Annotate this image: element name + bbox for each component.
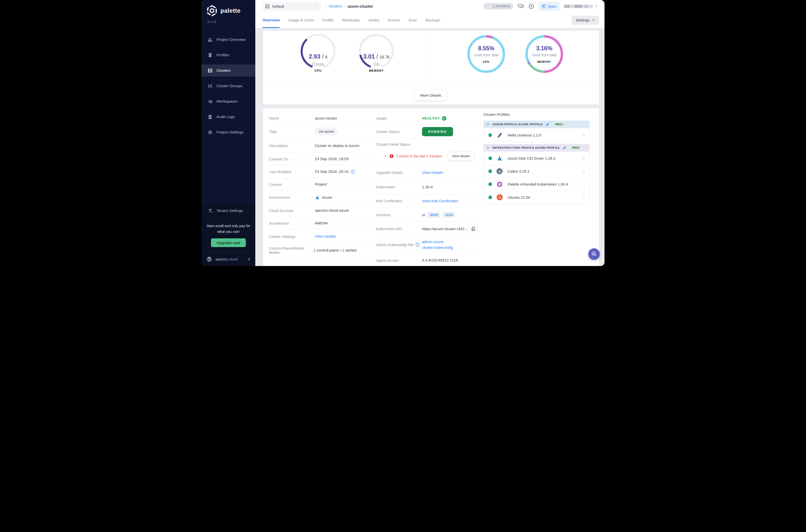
row-cluster-status: Cluster Status RUNNING [376, 125, 478, 139]
brand-name: palette [220, 7, 241, 14]
row-label: Tags [269, 129, 315, 133]
profile-item-palette-extended-kubernetes[interactable]: Palette eXtended Kubernetes 1.30.4 [484, 178, 589, 191]
memory-caption: Used from total [532, 53, 556, 57]
sidebar-item-audit-logs[interactable]: Audit Logs [202, 111, 255, 123]
memory-gauge-label: MEMORY [355, 69, 398, 73]
tab-nodes[interactable]: Nodes [368, 13, 380, 28]
tab-backups[interactable]: Backups [426, 13, 440, 28]
memory-donut-label: MEMORY [537, 60, 551, 63]
row-label: K8s Certificates [376, 199, 422, 203]
service-port-link[interactable]: :8080 [427, 212, 440, 218]
row-label: Kubernetes [376, 185, 422, 189]
view-k8s-certificates-link[interactable]: View K8s Certificates [422, 199, 458, 203]
sidebar-item-label: Project Overview [216, 37, 246, 42]
row-label: Services [376, 213, 422, 217]
nodes-icon [208, 83, 213, 89]
breadcrumb-separator: / [344, 4, 345, 8]
user-name-redacted [564, 5, 593, 8]
memory-percent: 3.16% [536, 45, 552, 52]
info-icon[interactable] [416, 243, 420, 247]
cluster-settings-link[interactable]: View Details [315, 234, 336, 239]
environment-value: Azure [322, 195, 332, 200]
sidebar-item-workspaces[interactable]: Workspaces [202, 95, 255, 107]
profile-item-ubuntu[interactable]: Ubuntu 22.04 [484, 191, 589, 204]
more-details-button[interactable]: More Details [415, 90, 446, 100]
tab-usage-costs[interactable]: Usage & Costs [288, 13, 314, 28]
footer-brand-2: cloud [229, 257, 237, 261]
chevron-right-icon[interactable] [384, 154, 387, 158]
settings-button[interactable]: Settings [572, 16, 599, 25]
sidebar-item-clusters[interactable]: Clusters [202, 64, 255, 76]
addon-profile-header[interactable]: ADDON PROFILE AZURE-PROFILE PROJ [483, 120, 590, 128]
card-footer: More Details [263, 86, 599, 104]
context-value: Project [315, 182, 327, 187]
upgrade-now-button[interactable]: Upgrade now [211, 239, 246, 247]
chat-button[interactable] [518, 3, 524, 9]
view-details-button[interactable]: View details [448, 152, 474, 160]
sidebar-bottom: Tenant Settings Start small and only pay… [202, 205, 255, 266]
row-cluster-settings: Cluster Settings View Details [269, 230, 376, 243]
infrastructure-profile-header[interactable]: INFRASTRUCTURE PROFILE AZURE-PROFILE PRO… [483, 144, 590, 151]
memory-total-value: 16.76 [380, 55, 389, 59]
tab-workloads[interactable]: Workloads [342, 13, 360, 28]
link-icon[interactable] [546, 122, 550, 126]
sidebar-item-project-overview[interactable]: Project Overview [202, 34, 255, 45]
chevron-right-icon [582, 157, 586, 160]
upgrade-promo-text: Start small and only pay for what you us… [202, 218, 255, 234]
info-icon[interactable] [351, 170, 355, 174]
profile-item-hello-universe[interactable]: Hello Universe 1.2.0 [484, 129, 589, 141]
sidebar-item-project-settings[interactable]: Project Settings [202, 126, 255, 138]
tab-profile[interactable]: Profile [322, 13, 333, 28]
breadcrumb-link-clusters[interactable]: Clusters [329, 4, 342, 8]
cluster-name-value: azure-cluster [315, 116, 337, 120]
separator: / [376, 53, 378, 60]
sidebar-item-cluster-groups[interactable]: Cluster Groups [202, 80, 255, 92]
memory-donut: 3.16% Used from total MEMORY [524, 34, 564, 74]
addon-profile-items: Hello Universe 1.2.0 [484, 128, 589, 142]
row-created-on: Created On 23 Sep 2024, 19:53 [269, 153, 376, 165]
breadcrumb-separator: / [326, 4, 327, 8]
server-icon [208, 68, 213, 73]
row-last-modified: Last Modified 23 Sep 2024, 20:15 [269, 165, 376, 178]
sidebar-item-label: Profiles [216, 53, 229, 57]
explore-button[interactable] [528, 3, 534, 9]
project-selector[interactable]: Default [263, 2, 321, 11]
status-dot [488, 182, 492, 186]
tab-overview[interactable]: Overview [263, 13, 280, 28]
row-label: Name [269, 116, 315, 120]
row-label: Cloud Account [269, 208, 315, 213]
user-menu[interactable] [564, 4, 598, 8]
chat-bubbles-icon [518, 3, 524, 9]
service-port-link[interactable]: :3000 [442, 212, 455, 218]
copy-api-url-button[interactable] [468, 224, 478, 234]
footer-brand: spectro [215, 257, 228, 261]
palette-logo[interactable]: palette [202, 0, 255, 16]
cluster-tabs: Overview Usage & Costs Profile Workloads… [255, 13, 604, 28]
link-icon[interactable] [563, 146, 567, 150]
sidebar-collapse-button[interactable] [247, 258, 251, 261]
topbar: Default / Clusters / azure-cluster 1.29/… [255, 0, 604, 13]
docs-button[interactable]: Docs [538, 2, 560, 11]
chevron-right-icon [582, 183, 586, 186]
profile-item-name: Hello Universe 1.2.0 [507, 133, 541, 137]
row-cluster-detail-status: Cluster Detail Status 1 errors in the la… [376, 139, 478, 165]
row-description: Description Cluster to deploy to Azure. [269, 139, 376, 153]
cpu-unit: Cores [297, 62, 339, 67]
addon-profile-title: ADDON PROFILE AZURE-PROFILE [493, 123, 543, 126]
sidebar-item-profiles[interactable]: Profiles [202, 49, 255, 61]
search-fab-button[interactable] [588, 248, 600, 260]
kubeconfig-download-link[interactable]: admin.azure-cluster.kubeconfig [422, 239, 460, 250]
sidebar-item-tenant-settings[interactable]: Tenant Settings [202, 205, 255, 217]
row-k8s-certificates: K8s Certificates View K8s Certificates [376, 194, 478, 208]
profile-item-calico[interactable]: Calico 3.26.1 [484, 165, 589, 178]
cloud-account-value: spectro-cloud-azure [315, 208, 349, 213]
profile-item-azure-disk-csi[interactable]: Azure Disk CSI Driver 1.28.3 [484, 152, 589, 165]
usage-quota-badge: 1.29/100kCh [483, 3, 513, 10]
chevron-left-icon [247, 258, 251, 261]
pxk-icon [496, 181, 503, 188]
spectro-cloud-logo [206, 256, 212, 263]
tab-scan[interactable]: Scan [408, 13, 417, 28]
upgrade-details-link[interactable]: View Details [422, 170, 443, 175]
status-dot [488, 169, 492, 173]
tab-events[interactable]: Events [388, 13, 400, 28]
